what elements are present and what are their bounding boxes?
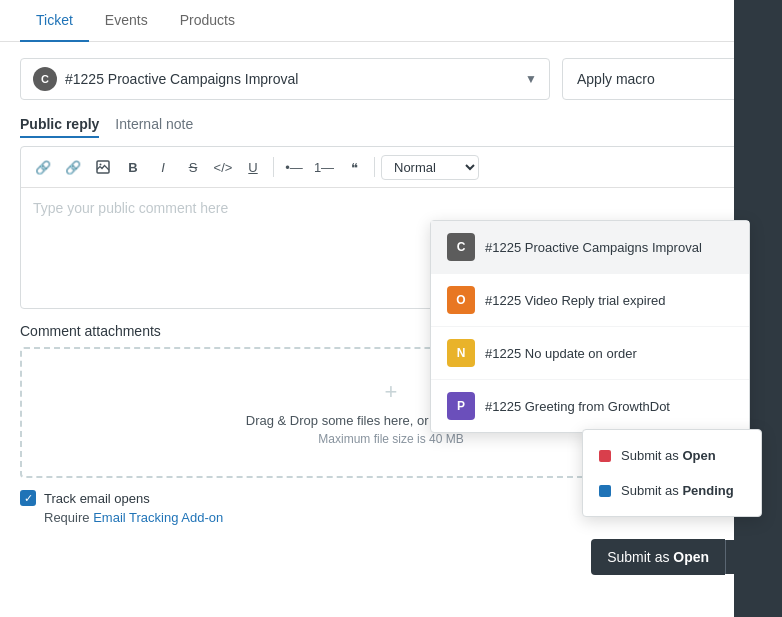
apply-macro-button[interactable]: Apply macro ▼ <box>562 58 762 100</box>
ticket-item-avatar-0: C <box>447 233 475 261</box>
submit-main-button[interactable]: Submit as Open <box>591 539 725 575</box>
tab-ticket[interactable]: Ticket <box>20 0 89 42</box>
top-row: C #1225 Proactive Campaigns Improval ▼ A… <box>20 58 762 100</box>
tab-internal-note[interactable]: Internal note <box>115 116 193 138</box>
ticket-item-0[interactable]: C #1225 Proactive Campaigns Improval <box>431 221 749 274</box>
tab-public-reply[interactable]: Public reply <box>20 116 99 138</box>
main-tabs: Ticket Events Products <box>0 0 782 42</box>
reply-tabs: Public reply Internal note <box>20 116 762 138</box>
ticket-label: #1225 Proactive Campaigns Improval <box>65 71 517 87</box>
ticket-item-avatar-2: N <box>447 339 475 367</box>
numbered-list-button[interactable]: 1— <box>310 153 338 181</box>
submit-status: Open <box>673 549 709 565</box>
unlink-button[interactable]: 🔗 <box>59 153 87 181</box>
format-select[interactable]: Normal Heading 1 Heading 2 Heading 3 <box>381 155 479 180</box>
ticket-item-text-0: #1225 Proactive Campaigns Improval <box>485 240 702 255</box>
tab-products[interactable]: Products <box>164 0 251 42</box>
submit-pending-label: Submit as Pending <box>621 483 734 498</box>
chevron-down-icon: ▼ <box>525 72 537 86</box>
track-checkbox[interactable] <box>20 490 36 506</box>
ticket-item-2[interactable]: N #1225 No update on order <box>431 327 749 380</box>
bullet-list-button[interactable]: •— <box>280 153 308 181</box>
open-dot <box>599 450 611 462</box>
underline-button[interactable]: U <box>239 153 267 181</box>
require-text: Require <box>44 510 90 525</box>
submit-row: Submit as Open ▼ <box>20 539 762 575</box>
track-label: Track email opens <box>44 491 150 506</box>
toolbar-divider-1 <box>273 157 274 177</box>
submit-dropdown: Submit as Open Submit as Pending <box>582 429 762 517</box>
submit-option-open[interactable]: Submit as Open <box>583 438 761 473</box>
ticket-avatar: C <box>33 67 57 91</box>
ticket-item-text-3: #1225 Greeting from GrowthDot <box>485 399 670 414</box>
tab-events[interactable]: Events <box>89 0 164 42</box>
image-button[interactable] <box>89 153 117 181</box>
ticket-item-text-1: #1225 Video Reply trial expired <box>485 293 665 308</box>
svg-point-1 <box>100 164 102 166</box>
ticket-item-1[interactable]: O #1225 Video Reply trial expired <box>431 274 749 327</box>
bold-button[interactable]: B <box>119 153 147 181</box>
pending-dot <box>599 485 611 497</box>
quote-button[interactable]: ❝ <box>340 153 368 181</box>
submit-open-label: Submit as Open <box>621 448 716 463</box>
ticket-item-avatar-1: O <box>447 286 475 314</box>
strikethrough-button[interactable]: S <box>179 153 207 181</box>
code-button[interactable]: </> <box>209 153 237 181</box>
ticket-selector[interactable]: C #1225 Proactive Campaigns Improval ▼ <box>20 58 550 100</box>
link-button[interactable]: 🔗 <box>29 153 57 181</box>
editor-toolbar: 🔗 🔗 B I S </> U •— 1— ❝ Normal Heading 1… <box>21 147 761 188</box>
toolbar-divider-2 <box>374 157 375 177</box>
email-tracking-link[interactable]: Email Tracking Add-on <box>93 510 223 525</box>
ticket-item-text-2: #1225 No update on order <box>485 346 637 361</box>
ticket-item-avatar-3: P <box>447 392 475 420</box>
apply-macro-label: Apply macro <box>577 71 727 87</box>
italic-button[interactable]: I <box>149 153 177 181</box>
ticket-item-3[interactable]: P #1225 Greeting from GrowthDot <box>431 380 749 432</box>
submit-option-pending[interactable]: Submit as Pending <box>583 473 761 508</box>
ticket-dropdown: C #1225 Proactive Campaigns Improval O #… <box>430 220 750 433</box>
